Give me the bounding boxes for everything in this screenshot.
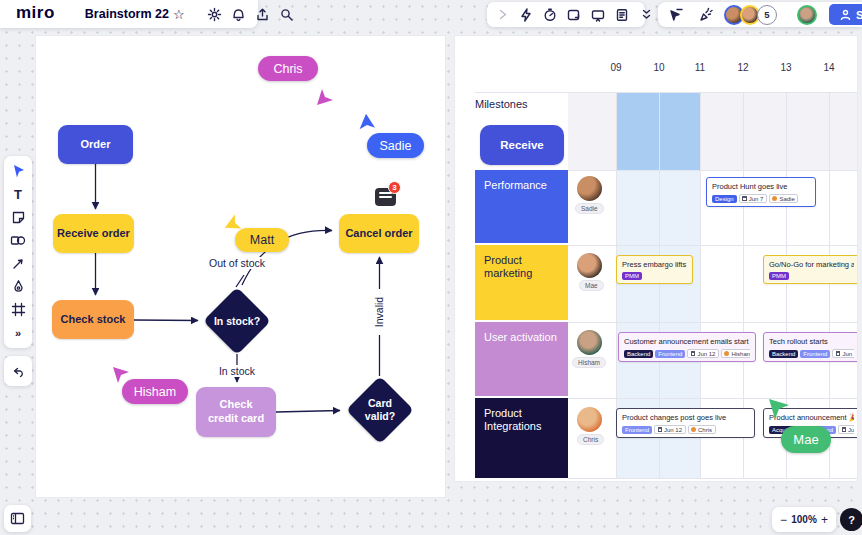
- flow-node-check-credit-card[interactable]: Check credit card: [196, 387, 276, 437]
- creation-toolbar: T »: [4, 156, 32, 348]
- edge-label-out-of-stock[interactable]: Out of stock: [188, 257, 286, 269]
- follow-cursor-icon[interactable]: [664, 3, 688, 27]
- card-product-changes[interactable]: Product changes post goes live Frontend …: [616, 408, 755, 438]
- row-label-product-marketing[interactable]: Product marketing: [475, 245, 568, 320]
- frames-panel-icon: [10, 511, 25, 526]
- pen-tool[interactable]: [5, 275, 31, 298]
- date-chip: Jun 12: [687, 349, 719, 358]
- chris-cursor-icon: [316, 88, 334, 106]
- connector-tool[interactable]: [5, 252, 31, 275]
- comment-count-badge: 3: [388, 181, 401, 194]
- card-product-hunt[interactable]: Product Hunt goes live Design Jun 7 Sadi…: [706, 177, 816, 207]
- reactions-confetti-icon[interactable]: [694, 3, 718, 27]
- gridline: [568, 245, 857, 246]
- avatar-dot-icon: [772, 196, 777, 201]
- milestones-grid-band: [568, 92, 857, 170]
- avatar-mae[interactable]: [577, 253, 602, 278]
- card-customer-announcement[interactable]: Customer announcement emails start to go…: [618, 332, 756, 362]
- column-tick: 14: [816, 62, 842, 73]
- column-tick: 09: [603, 62, 629, 73]
- edge-label-invalid[interactable]: Invalid: [373, 289, 385, 335]
- column-tick: 12: [730, 62, 756, 73]
- gridline: [568, 478, 857, 479]
- row-label-product-integrations[interactable]: Product Integrations: [475, 398, 568, 478]
- collapse-toolbar-icon[interactable]: [634, 3, 658, 27]
- notes-icon[interactable]: [610, 3, 634, 27]
- tag-badge: PMM: [622, 272, 642, 280]
- help-button[interactable]: ?: [840, 508, 862, 531]
- avatar-name-chip: Sadie: [575, 203, 604, 214]
- tag-badge: Design: [712, 195, 737, 203]
- frames-panel-button[interactable]: [4, 505, 31, 532]
- avatar-sadie[interactable]: [577, 176, 602, 201]
- flowchart-frame[interactable]: Order Receive order Check stock Cancel o…: [36, 36, 445, 497]
- milestone-receive-button[interactable]: Receive: [480, 125, 564, 165]
- column-tick: 10: [646, 62, 672, 73]
- shapes-tool[interactable]: [5, 229, 31, 252]
- flow-node-cancel-order[interactable]: Cancel order: [339, 214, 419, 253]
- card-press-embargo[interactable]: Press embargo lifts 🚀 PMM: [616, 255, 693, 284]
- export-share-icon[interactable]: [251, 2, 275, 26]
- avatar-stack[interactable]: 5: [724, 5, 777, 25]
- date-chip: Jun 7: [739, 194, 767, 203]
- collaboration-bar: 5 Share: [658, 2, 862, 27]
- card-tech-rollout[interactable]: Tech rollout starts Backend Frontend Jun…: [763, 332, 857, 362]
- flow-node-receive-order[interactable]: Receive order: [53, 214, 134, 253]
- mae-cursor-icon: [768, 398, 790, 420]
- chris-cursor-label: Chris: [258, 56, 318, 81]
- undo-icon[interactable]: [5, 359, 31, 383]
- flow-node-order[interactable]: Order: [58, 125, 133, 164]
- person-chip: Chris: [688, 425, 716, 434]
- tag-badge: Frontend: [655, 350, 685, 358]
- timeline-frame[interactable]: 09 10 11 12 13 14 Milestones Receive Per…: [455, 36, 857, 481]
- search-icon[interactable]: [275, 2, 299, 26]
- sticky-note-tool[interactable]: [5, 206, 31, 229]
- board-title[interactable]: Brainstorm 22: [77, 7, 173, 21]
- frame-tool[interactable]: [5, 298, 31, 321]
- row-label-performance[interactable]: Performance: [475, 170, 568, 243]
- gridline: [568, 322, 857, 323]
- milestones-label[interactable]: Milestones: [475, 98, 528, 110]
- settings-gear-icon[interactable]: [203, 2, 227, 26]
- zoom-level[interactable]: 100%: [791, 514, 817, 525]
- app-header-bar: miro Brainstorm 22 ☆: [0, 0, 258, 28]
- card-go-no-go[interactable]: Go/No-Go for marketing activities PMM: [763, 255, 857, 284]
- text-tool[interactable]: T: [5, 183, 31, 206]
- timer-icon[interactable]: [538, 3, 562, 27]
- person-chip: Hisham: [721, 349, 750, 358]
- quick-actions-lightning-icon[interactable]: [514, 3, 538, 27]
- export-image-icon[interactable]: [562, 3, 586, 27]
- select-tool[interactable]: [5, 160, 31, 183]
- share-button[interactable]: Share: [829, 4, 862, 25]
- tag-badge: Backend: [624, 350, 653, 358]
- tag-badge: Frontend: [622, 426, 652, 434]
- sadie-cursor-label: Sadie: [367, 133, 424, 158]
- current-user-avatar[interactable]: [797, 5, 817, 25]
- tag-badge: Backend: [769, 350, 798, 358]
- collaborator-overflow-count[interactable]: 5: [757, 5, 777, 25]
- presentation-icon[interactable]: [586, 3, 610, 27]
- avatar-hisham[interactable]: [577, 330, 602, 355]
- avatar-dot-icon: [724, 351, 729, 356]
- notifications-bell-icon[interactable]: [227, 2, 251, 26]
- date-chip: Jun 16: [832, 349, 854, 358]
- zoom-out-button[interactable]: −: [776, 510, 791, 530]
- tag-badge: Frontend: [800, 350, 830, 358]
- more-tools[interactable]: »: [5, 321, 31, 344]
- row-label-user-activation[interactable]: User activation: [475, 322, 568, 396]
- zoom-controls: − 100% +: [772, 507, 836, 532]
- tag-badge: PMM: [769, 272, 789, 280]
- person-chip: Sadie: [769, 194, 798, 203]
- expand-chevron-icon[interactable]: [490, 3, 514, 27]
- date-chip: Jun 17: [838, 425, 854, 434]
- edge-label-in-stock[interactable]: In stock: [206, 365, 268, 377]
- miro-logo[interactable]: miro: [4, 3, 65, 25]
- gridline: [568, 398, 857, 399]
- favorite-star-icon[interactable]: ☆: [173, 7, 191, 22]
- avatar-chris[interactable]: [577, 407, 602, 432]
- zoom-in-button[interactable]: +: [817, 510, 832, 530]
- avatar-dot-icon: [691, 427, 696, 432]
- avatar-name-chip: Mae: [579, 280, 604, 291]
- calendar-icon: [742, 196, 747, 201]
- flow-node-check-stock[interactable]: Check stock: [52, 300, 134, 339]
